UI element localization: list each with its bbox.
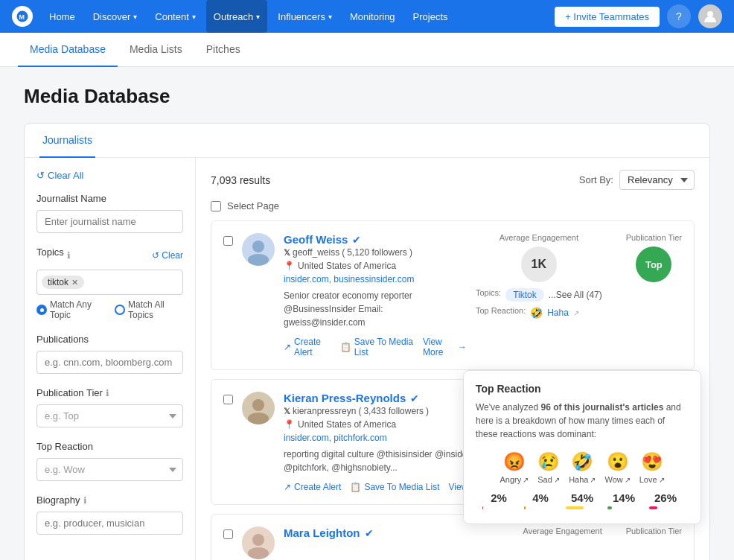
nav-outreach[interactable]: Outreach ▾ (206, 0, 267, 33)
pct-haha-bar (566, 506, 584, 509)
journalist-checkbox-0[interactable] (223, 236, 233, 246)
topics-label-row: Topics ℹ ↺ Clear (36, 246, 183, 264)
alert-icon-1: ↗ (284, 482, 291, 492)
topics-match-group: Match Any Topic Match All Topics (36, 299, 183, 320)
create-alert-button-0[interactable]: ↗ Create Alert (284, 337, 331, 357)
nav-projects[interactable]: Projects (406, 0, 456, 33)
tab-media-database[interactable]: Media Database (18, 33, 118, 67)
top-reaction-select[interactable]: e.g. Wow Haha Love Wow Angry Sad (36, 458, 183, 481)
reaction-sad: 😢 Sad ↗ (537, 451, 560, 484)
haha-ext-icon: ↗ (590, 476, 596, 484)
pct-angry: 2% (482, 491, 515, 512)
tooltip-body: We've analyzed 96 of this journalist's a… (476, 401, 689, 441)
match-all-radio[interactable]: Match All Topics (115, 299, 183, 320)
results-area: 7,093 results Sort By: Relevancy Select … (196, 158, 709, 560)
help-button[interactable]: ? (667, 4, 691, 28)
topics-input[interactable]: tiktok ✕ (36, 270, 183, 295)
reaction-label-0[interactable]: Haha (547, 308, 569, 318)
journalist-name-input[interactable] (36, 210, 183, 233)
journalist-name-2[interactable]: Mara Leighton (284, 526, 360, 539)
journalist-actions-0: ↗ Create Alert 📋 Save To Media List View… (284, 337, 467, 357)
nav-content[interactable]: Content ▾ (147, 0, 203, 33)
pin-icon-0: 📍 (284, 261, 295, 271)
save-to-list-button-0[interactable]: 📋 Save To Media List (340, 337, 414, 357)
pct-angry-value: 2% (482, 491, 515, 504)
svg-point-5 (248, 254, 269, 266)
love-emoji: 😍 (639, 451, 665, 472)
tiktok-tag: tiktok ✕ (42, 276, 84, 289)
top-reaction-label: Top Reaction (36, 441, 183, 452)
journalist-name-1[interactable]: Kieran Press-Reynolds (284, 392, 406, 404)
svg-point-7 (252, 399, 264, 411)
create-alert-button-1[interactable]: ↗ Create Alert (284, 482, 341, 492)
journalist-name-row-0: Geoff Weiss ✔ (284, 233, 467, 246)
save-to-list-button-1[interactable]: 📋 Save To Media List (350, 482, 439, 492)
biography-input[interactable] (36, 512, 183, 535)
view-more-button-0[interactable]: View More → (423, 337, 467, 357)
topics-info-icon: ℹ (67, 250, 71, 261)
page-title: Media Database (24, 85, 710, 108)
sort-by-label: Sort By: (579, 174, 613, 185)
clear-all-button[interactable]: ↺ Clear All (36, 170, 183, 181)
publications-label: Publications (36, 334, 183, 345)
pub-tier-col-2: Publication Tier (626, 526, 682, 540)
nav-influencers[interactable]: Influencers ▾ (270, 0, 339, 33)
avg-engagement-col-0: Average Engagement 1K Topics: Tiktok ...… (476, 233, 602, 319)
topics-clear-button[interactable]: ↺ Clear (152, 250, 183, 261)
publication-tier-select[interactable]: e.g. Top Top High Medium Low (36, 404, 183, 427)
avg-engagement-label-2: Average Engagement (523, 526, 602, 535)
journalist-avatar-2 (242, 526, 275, 559)
nav-monitoring[interactable]: Monitoring (342, 0, 403, 33)
journalist-checkbox-2[interactable] (223, 529, 233, 539)
select-page-checkbox[interactable] (211, 201, 221, 211)
haha-emoji: 🤣 (569, 451, 596, 472)
chevron-down-icon: ▾ (256, 13, 260, 21)
pct-sad-bar (524, 506, 526, 509)
angry-label: Angry ↗ (500, 475, 529, 484)
journalist-pubs-0[interactable]: insider.com, businessinsider.com (284, 274, 467, 284)
journalist-checkbox-1[interactable] (223, 395, 233, 404)
nav-home[interactable]: Home (42, 0, 83, 33)
angry-ext-icon: ↗ (523, 476, 529, 484)
publications-filter: Publications (36, 334, 183, 374)
pct-wow: 14% (607, 491, 640, 512)
avg-engagement-col-2: Average Engagement (523, 526, 602, 540)
nav-discover[interactable]: Discover ▾ (86, 0, 145, 33)
tab-media-lists[interactable]: Media Lists (118, 33, 194, 67)
x-icon-1: 𝕏 (284, 407, 290, 416)
save-icon-1: 📋 (350, 482, 361, 492)
haha-label: Haha ↗ (569, 475, 596, 484)
topic-tag-tiktok-0[interactable]: Tiktok (505, 288, 544, 302)
journalists-tab-bar: Journalists (25, 124, 709, 158)
match-any-radio[interactable]: Match Any Topic (36, 299, 106, 320)
angry-emoji: 😡 (500, 451, 529, 472)
tab-journalists[interactable]: Journalists (39, 124, 95, 158)
invite-teammates-button[interactable]: + Invite Teammates (555, 7, 660, 27)
journalist-location-0: 📍 United States of America (284, 261, 467, 271)
avg-engagement-label-0: Average Engagement (476, 233, 602, 242)
tab-pitches[interactable]: Pitches (194, 33, 252, 67)
pct-love: 26% (649, 491, 682, 512)
svg-point-2 (707, 11, 713, 17)
results-header: 7,093 results Sort By: Relevancy (211, 170, 695, 190)
sidebar: ↺ Clear All Journalist Name Topics ℹ ↺ (25, 158, 196, 560)
refresh-icon: ↺ (36, 170, 45, 181)
tiktok-tag-remove[interactable]: ✕ (71, 278, 78, 287)
main-card: Journalists ↺ Clear All Journalist Name … (24, 123, 710, 560)
alert-icon-0: ↗ (284, 342, 291, 352)
verified-icon-0: ✔ (352, 234, 361, 246)
reaction-row-0: Top Reaction: 🤣 Haha ↗ (476, 306, 602, 319)
reaction-angry: 😡 Angry ↗ (500, 451, 529, 484)
sad-emoji: 😢 (537, 451, 560, 472)
logo[interactable]: M (12, 6, 33, 27)
publications-input[interactable] (36, 351, 183, 374)
reaction-haha: 🤣 Haha ↗ (569, 451, 596, 484)
journalist-avatar-0 (242, 233, 275, 266)
journalist-name-0[interactable]: Geoff Weiss (284, 233, 348, 246)
pub-tier-value-0: Top (636, 246, 671, 282)
sort-select[interactable]: Relevancy (619, 170, 695, 190)
pub-tier-label-2: Publication Tier (626, 526, 682, 535)
user-avatar[interactable] (698, 4, 722, 28)
see-all-topics-0[interactable]: ...See All (47) (549, 290, 602, 300)
wow-ext-icon: ↗ (625, 476, 631, 484)
